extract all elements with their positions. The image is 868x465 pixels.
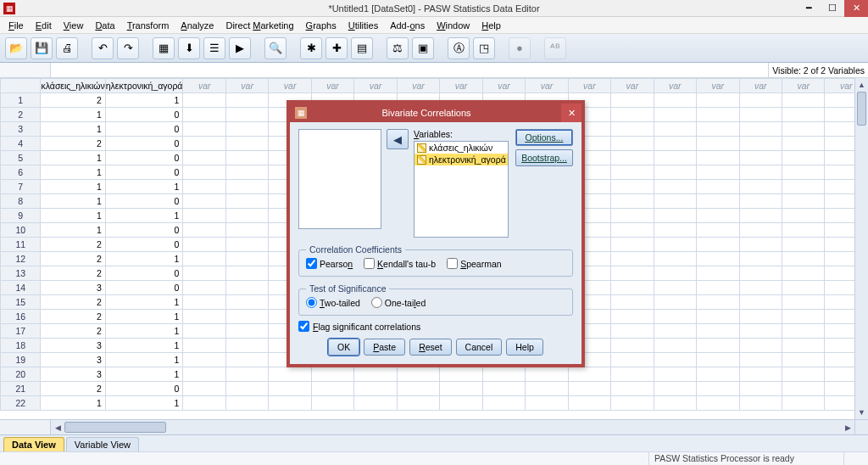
empty-cell[interactable] — [782, 194, 825, 209]
empty-cell[interactable] — [183, 122, 225, 137]
empty-cell[interactable] — [697, 281, 739, 295]
empty-cell[interactable] — [739, 151, 782, 165]
empty-cell[interactable] — [397, 382, 439, 396]
vertical-scrollbar[interactable]: ▲ ▼ — [854, 78, 868, 419]
data-cell[interactable]: 1 — [41, 122, 105, 137]
empty-cell[interactable] — [654, 396, 696, 411]
empty-cell[interactable] — [568, 367, 610, 382]
print-icon[interactable]: 🖨 — [56, 37, 78, 59]
empty-cell[interactable] — [739, 339, 782, 353]
selected-variables-list[interactable]: 📏κλάσεις_ηλικιών 📏ηλεκτρονική_αγορά — [414, 141, 509, 238]
data-cell[interactable]: 3 — [41, 339, 105, 353]
data-cell[interactable]: 1 — [105, 180, 183, 194]
menu-graphs[interactable]: Graphs — [301, 19, 342, 32]
row-header[interactable]: 3 — [1, 122, 41, 137]
empty-cell[interactable] — [654, 223, 696, 238]
empty-cell[interactable] — [440, 396, 482, 411]
data-cell[interactable]: 1 — [41, 396, 105, 411]
paste-button[interactable]: Paste — [364, 339, 405, 356]
empty-cell[interactable] — [225, 252, 268, 266]
row-header[interactable]: 15 — [1, 295, 41, 310]
empty-cell[interactable] — [654, 324, 696, 339]
empty-cell[interactable] — [611, 93, 654, 108]
data-cell[interactable]: 0 — [105, 151, 183, 165]
empty-cell[interactable] — [739, 165, 782, 180]
kendall-checkbox[interactable]: Kendall's tau-b — [364, 258, 436, 269]
empty-cell[interactable] — [654, 353, 696, 367]
empty-cell[interactable] — [611, 367, 654, 382]
empty-cell[interactable] — [739, 281, 782, 295]
empty-cell[interactable] — [654, 238, 696, 252]
goto-var-icon[interactable]: ⬇ — [178, 37, 200, 59]
empty-cell[interactable] — [611, 194, 654, 209]
source-variables-list[interactable] — [298, 129, 381, 229]
col-header-empty[interactable]: var — [311, 79, 353, 93]
row-header[interactable]: 17 — [1, 324, 41, 339]
menu-help[interactable]: Help — [476, 19, 506, 32]
empty-cell[interactable] — [739, 122, 782, 137]
empty-cell[interactable] — [654, 93, 696, 108]
scroll-thumb-vertical[interactable] — [857, 92, 866, 126]
col-header-empty[interactable]: var — [225, 79, 268, 93]
data-cell[interactable]: 2 — [41, 382, 105, 396]
empty-cell[interactable] — [782, 93, 825, 108]
empty-cell[interactable] — [225, 209, 268, 223]
window-minimize[interactable]: ━ — [797, 0, 821, 17]
data-cell[interactable]: 1 — [105, 396, 183, 411]
empty-cell[interactable] — [739, 180, 782, 194]
empty-cell[interactable] — [782, 165, 825, 180]
empty-cell[interactable] — [739, 223, 782, 238]
row-header[interactable]: 5 — [1, 151, 41, 165]
data-cell[interactable]: 0 — [105, 382, 183, 396]
empty-cell[interactable] — [739, 353, 782, 367]
empty-cell[interactable] — [739, 238, 782, 252]
empty-cell[interactable] — [183, 266, 225, 281]
empty-cell[interactable] — [611, 353, 654, 367]
empty-cell[interactable] — [225, 108, 268, 122]
empty-cell[interactable] — [654, 281, 696, 295]
redo-icon[interactable]: ↷ — [117, 37, 139, 59]
empty-cell[interactable] — [183, 137, 225, 151]
data-cell[interactable]: 2 — [41, 295, 105, 310]
empty-cell[interactable] — [183, 281, 225, 295]
empty-cell[interactable] — [183, 382, 225, 396]
data-cell[interactable]: 0 — [105, 194, 183, 209]
empty-cell[interactable] — [225, 396, 268, 411]
empty-cell[interactable] — [782, 324, 825, 339]
empty-cell[interactable] — [568, 396, 610, 411]
move-left-button[interactable]: ◀ — [387, 129, 409, 149]
empty-cell[interactable] — [654, 266, 696, 281]
empty-cell[interactable] — [697, 310, 739, 324]
data-cell[interactable]: 3 — [41, 367, 105, 382]
scroll-up-icon[interactable]: ▲ — [855, 78, 868, 92]
help-button[interactable]: Help — [506, 339, 543, 356]
window-maximize[interactable]: ☐ — [821, 0, 844, 17]
data-cell[interactable]: 3 — [41, 281, 105, 295]
options-button[interactable]: Options... — [515, 129, 573, 146]
empty-cell[interactable] — [611, 165, 654, 180]
menu-edit[interactable]: Edit — [31, 19, 57, 32]
data-cell[interactable]: 2 — [41, 324, 105, 339]
empty-cell[interactable] — [697, 93, 739, 108]
empty-cell[interactable] — [654, 108, 696, 122]
empty-cell[interactable] — [782, 238, 825, 252]
empty-cell[interactable] — [225, 324, 268, 339]
save-icon[interactable]: 💾 — [31, 37, 53, 59]
row-header[interactable]: 14 — [1, 281, 41, 295]
data-cell[interactable]: 1 — [41, 223, 105, 238]
col-header-empty[interactable]: var — [354, 79, 397, 93]
empty-cell[interactable] — [183, 151, 225, 165]
data-cell[interactable]: 2 — [41, 93, 105, 108]
col-header-empty[interactable]: var — [440, 79, 482, 93]
empty-cell[interactable] — [225, 223, 268, 238]
empty-cell[interactable] — [739, 310, 782, 324]
empty-cell[interactable] — [526, 382, 568, 396]
scroll-left-icon[interactable]: ◀ — [51, 423, 64, 432]
run-icon[interactable]: ▶ — [229, 37, 251, 59]
data-cell[interactable]: 1 — [105, 310, 183, 324]
empty-cell[interactable] — [611, 122, 654, 137]
row-header[interactable]: 13 — [1, 266, 41, 281]
data-cell[interactable]: 0 — [105, 281, 183, 295]
col-header-empty[interactable]: var — [739, 79, 782, 93]
menu-file[interactable]: File — [3, 19, 29, 32]
